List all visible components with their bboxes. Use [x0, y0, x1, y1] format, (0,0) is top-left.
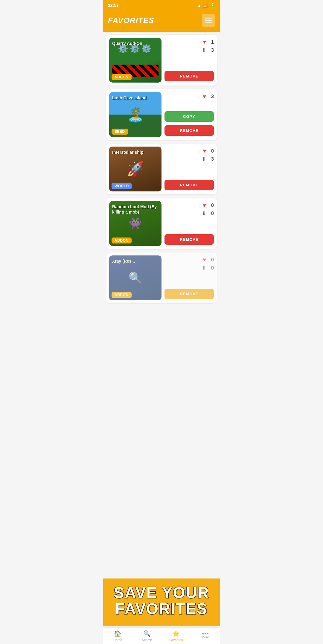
card-actions: ♥ 0 ⬇ 0 REMOVE — [164, 255, 214, 300]
card-image-title: Interstellar ship — [112, 150, 143, 155]
card-actions: ♥ 0 ⬇ 3 REMOVE — [164, 147, 214, 191]
card-stats: ♥ 1 ⬇ 3 — [164, 39, 214, 54]
page-title: FAVORITES — [108, 16, 154, 25]
likes-row: ♥ 0 — [164, 257, 214, 263]
battery-icon: 🔋 — [210, 3, 215, 8]
card-actions: ♥ 3 COPY REMOVE — [164, 92, 214, 137]
remove-button[interactable]: REMOVE — [164, 71, 214, 81]
downloads-row: ⬇ 0 — [164, 210, 214, 217]
likes-row: ♥ 3 — [164, 93, 214, 100]
card-image-title: Random Loot Mod (By killing a mob) — [112, 204, 159, 215]
card-image-wrap[interactable]: Quarry Add-On ADDON — [109, 38, 162, 83]
status-time: 22:53 — [108, 3, 119, 8]
menu-line — [205, 20, 212, 21]
header: FAVORITES — [103, 11, 220, 32]
likes-row: ♥ 1 — [164, 39, 214, 45]
card-stats: ♥ 0 ⬇ 0 — [164, 202, 214, 217]
heart-icon: ♥ — [203, 257, 206, 263]
menu-line — [205, 18, 212, 19]
heart-icon: ♥ — [203, 39, 206, 45]
remove-button[interactable]: REMOVE — [164, 234, 214, 245]
downloads-count: 3 — [208, 156, 214, 162]
status-icons: ▲ 📶 🔋 — [197, 3, 215, 8]
card-interstellar-ship: 🚀 Interstellar ship WORLD ♥ 0 ⬇ 3 REMOVE — [106, 144, 217, 194]
heart-icon: ♥ — [203, 148, 206, 154]
likes-count: 1 — [208, 39, 214, 45]
card-stats: ♥ 0 ⬇ 0 — [164, 257, 214, 271]
likes-count: 0 — [208, 148, 214, 154]
remove-button[interactable]: REMOVE — [164, 125, 214, 136]
downloads-row: ⬇ 3 — [164, 156, 214, 162]
card-badge-seed: SEED — [112, 129, 128, 135]
remove-button[interactable]: REMOVE — [164, 289, 214, 299]
likes-count: 3 — [208, 94, 214, 99]
card-image-wrap[interactable]: 🚀 Interstellar ship WORLD — [109, 147, 162, 191]
likes-row: ♥ 0 — [164, 202, 214, 208]
card-badge-addon: ADDON — [112, 237, 132, 243]
heart-icon: ♥ — [203, 202, 206, 208]
card-image-wrap[interactable]: 🔍 Xray (Res... ADDON — [109, 255, 162, 300]
card-image-title: Lush Cave Island — [112, 95, 147, 101]
card-xray: 🔍 Xray (Res... ADDON ♥ 0 ⬇ 0 REMOVE — [106, 252, 217, 303]
remove-button[interactable]: REMOVE — [164, 180, 214, 190]
likes-count: 0 — [208, 257, 214, 263]
download-icon: ⬇ — [202, 265, 206, 271]
download-icon: ⬇ — [202, 156, 206, 162]
heart-icon: ♥ — [203, 93, 206, 100]
downloads-row: ⬇ 3 — [164, 47, 214, 54]
downloads-count: 3 — [208, 48, 214, 53]
downloads-count: 0 — [208, 265, 214, 271]
card-image-title: Xray (Res... — [112, 258, 135, 264]
likes-count: 0 — [208, 203, 214, 208]
card-actions: ♥ 1 ⬇ 3 REMOVE — [164, 38, 214, 83]
downloads-row: ⬇ 0 — [164, 265, 214, 271]
card-badge-addon: ADDON — [112, 74, 132, 80]
download-icon: ⬇ — [202, 210, 206, 217]
menu-button[interactable] — [202, 14, 215, 27]
card-image-wrap[interactable]: 👾 Random Loot Mod (By killing a mob) ADD… — [109, 201, 162, 246]
card-stats: ♥ 3 — [164, 93, 214, 100]
download-icon: ⬇ — [202, 47, 206, 54]
status-bar: 22:53 ▲ 📶 🔋 — [103, 0, 220, 11]
card-image-wrap[interactable]: 🏝️ Lush Cave Island SEED — [109, 92, 162, 137]
favorites-list: Quarry Add-On ADDON ♥ 1 ⬇ 3 REMOVE — [103, 32, 220, 349]
wifi-icon: ▲ — [197, 3, 201, 8]
card-quarry-addon: Quarry Add-On ADDON ♥ 1 ⬇ 3 REMOVE — [106, 35, 217, 86]
card-lush-cave-island: 🏝️ Lush Cave Island SEED ♥ 3 COPY REMOVE — [106, 89, 217, 140]
card-random-loot-mod: 👾 Random Loot Mod (By killing a mob) ADD… — [106, 198, 217, 249]
card-image-title: Quarry Add-On — [112, 41, 142, 46]
signal-icon: 📶 — [203, 3, 208, 8]
copy-button[interactable]: COPY — [164, 111, 214, 122]
likes-row: ♥ 0 — [164, 148, 214, 154]
menu-line — [205, 22, 212, 23]
card-stats: ♥ 0 ⬇ 3 — [164, 148, 214, 162]
card-badge-addon: ADDON — [112, 292, 132, 298]
button-group: COPY REMOVE — [164, 111, 214, 136]
card-actions: ♥ 0 ⬇ 0 REMOVE — [164, 201, 214, 246]
card-badge-world: WORLD — [112, 183, 132, 189]
downloads-count: 0 — [208, 211, 214, 216]
